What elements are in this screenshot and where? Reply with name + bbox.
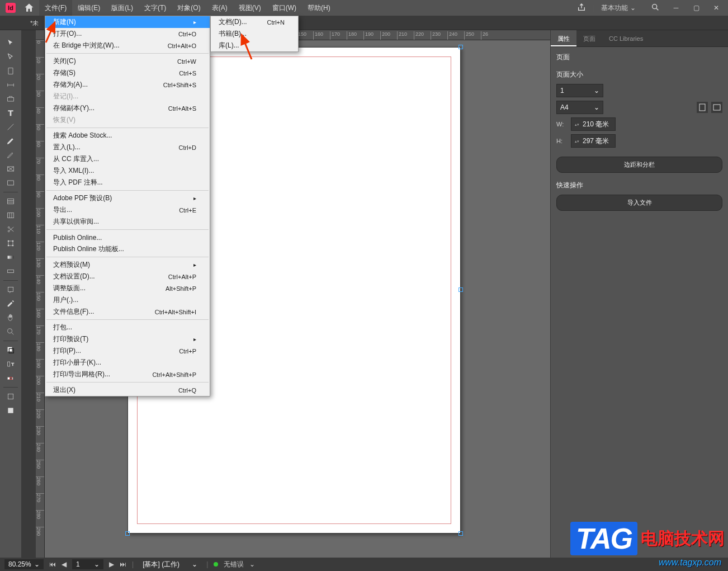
- gradient-swatch-tool[interactable]: [3, 251, 18, 264]
- zoom-dropdown[interactable]: 80.25%⌄: [4, 559, 44, 569]
- zoom-tool[interactable]: [3, 325, 18, 338]
- view-mode-preview[interactable]: [3, 404, 18, 417]
- file-menu-item[interactable]: 文件信息(F)...Ctrl+Alt+Shift+I: [45, 306, 210, 318]
- line-tool[interactable]: [3, 120, 18, 134]
- ruler-vertical[interactable]: 0102030405060708090100110120130140150160…: [36, 30, 45, 558]
- page-handle[interactable]: [458, 531, 463, 536]
- view-mode-normal[interactable]: [3, 390, 18, 403]
- panel-tab-0[interactable]: 属性: [551, 30, 576, 46]
- file-menu-item[interactable]: 存储副本(Y)...Ctrl+Alt+S: [45, 102, 210, 114]
- share-icon[interactable]: [571, 1, 592, 16]
- file-menu-item[interactable]: 导入 PDF 注释...: [45, 177, 210, 188]
- new-submenu-item[interactable]: 文档(D)...Ctrl+N: [211, 16, 298, 28]
- height-input[interactable]: ▴▾ 297 毫米: [571, 134, 616, 148]
- workspace-switcher[interactable]: 基本功能 ⌄: [595, 1, 641, 15]
- menu-2[interactable]: 版面(L): [106, 0, 139, 16]
- menu-3[interactable]: 文字(T): [139, 0, 172, 16]
- free-transform-tool[interactable]: [3, 237, 18, 250]
- menu-8[interactable]: 帮助(H): [302, 0, 336, 16]
- panel-tab-1[interactable]: 页面: [576, 30, 602, 46]
- type-tool[interactable]: [3, 106, 18, 120]
- formatting-toggle[interactable]: T: [3, 357, 18, 371]
- content-collector-tool[interactable]: [3, 92, 18, 106]
- file-menu-item[interactable]: Adobe PDF 预设(B)▸: [45, 192, 210, 204]
- file-menu-item[interactable]: Publish Online...: [45, 232, 210, 243]
- file-menu-item[interactable]: 打印/导出网格(R)...Ctrl+Alt+Shift+P: [45, 369, 210, 380]
- nav-last-icon[interactable]: ⏭: [120, 560, 126, 568]
- search-icon[interactable]: [645, 1, 665, 16]
- page-number-dropdown[interactable]: 1 ⌄: [556, 84, 603, 97]
- pencil-tool[interactable]: [3, 148, 18, 162]
- menu-6[interactable]: 视图(V): [233, 0, 267, 16]
- maximize-button[interactable]: ▢: [687, 2, 706, 14]
- color-toggle[interactable]: [3, 371, 18, 385]
- file-menu-item[interactable]: 共享以供审阅...: [45, 216, 210, 228]
- direct-selection-tool[interactable]: [3, 50, 18, 64]
- menu-1[interactable]: 编辑(E): [72, 0, 106, 16]
- orientation-landscape-icon[interactable]: [711, 102, 722, 113]
- file-menu-item[interactable]: 置入(L)...Ctrl+D: [45, 141, 210, 153]
- file-menu-item[interactable]: 退出(X)Ctrl+Q: [45, 384, 210, 396]
- eyedropper-tool[interactable]: [3, 297, 18, 310]
- file-menu-item[interactable]: 打印(P)...Ctrl+P: [45, 345, 210, 357]
- page-tool[interactable]: [3, 64, 18, 78]
- scissors-tool[interactable]: [3, 223, 18, 236]
- margins-columns-button[interactable]: 边距和分栏: [556, 157, 722, 173]
- file-menu-item[interactable]: 关闭(C)Ctrl+W: [45, 55, 210, 67]
- page-size-dropdown[interactable]: A4 ⌄: [556, 101, 603, 114]
- file-menu-item[interactable]: 打包...: [45, 322, 210, 333]
- file-menu-item[interactable]: Publish Online 功能板...: [45, 243, 210, 255]
- pen-tool[interactable]: [3, 134, 18, 148]
- nav-next-icon[interactable]: ▶: [109, 560, 114, 568]
- file-menu-item[interactable]: 打开(O)...Ctrl+O: [45, 28, 210, 40]
- file-menu-item[interactable]: 用户(.)...: [45, 294, 210, 306]
- file-menu-item[interactable]: 存储为(A)...Ctrl+Shift+S: [45, 79, 210, 91]
- file-menu-item[interactable]: 打印小册子(K)...: [45, 357, 210, 369]
- menu-0[interactable]: 文件(F): [39, 0, 72, 16]
- file-menu-item[interactable]: 导出...Ctrl+E: [45, 204, 210, 216]
- panel-tab-2[interactable]: CC Libraries: [602, 30, 650, 46]
- nav-first-icon[interactable]: ⏮: [49, 560, 56, 568]
- page-handle[interactable]: [125, 531, 130, 536]
- file-menu-item[interactable]: 新建(N)▸: [45, 16, 210, 28]
- rectangle-tool[interactable]: [3, 176, 18, 190]
- file-menu-item[interactable]: 导入 XML(I)...: [45, 165, 210, 177]
- nav-prev-icon[interactable]: ◀: [62, 560, 67, 568]
- grid-tool-1[interactable]: [3, 195, 18, 208]
- selection-tool[interactable]: [3, 36, 18, 50]
- gradient-feather-tool[interactable]: [3, 265, 18, 278]
- menu-5[interactable]: 表(A): [206, 0, 233, 16]
- new-submenu-item[interactable]: 书籍(B)...: [211, 28, 298, 40]
- file-menu-item[interactable]: 从 CC 库置入...: [45, 153, 210, 165]
- close-button[interactable]: ✕: [707, 2, 726, 14]
- file-menu-item[interactable]: 存储(S)Ctrl+S: [45, 67, 210, 79]
- rectangle-frame-tool[interactable]: [3, 162, 18, 176]
- page-nav-dropdown[interactable]: 1⌄: [72, 559, 103, 569]
- doc-tab[interactable]: *未: [23, 16, 45, 30]
- menu-4[interactable]: 对象(O): [172, 0, 206, 16]
- page-handle[interactable]: [458, 45, 463, 49]
- file-menu-item[interactable]: 文档预设(M)▸: [45, 259, 210, 271]
- orientation-portrait-icon[interactable]: [697, 102, 708, 113]
- menu-7[interactable]: 窗口(W): [267, 0, 302, 16]
- hand-tool[interactable]: [3, 311, 18, 324]
- import-file-button[interactable]: 导入文件: [556, 195, 722, 211]
- chevron-down-icon[interactable]: ⌄: [249, 560, 255, 568]
- fill-stroke-indicator[interactable]: [3, 343, 18, 357]
- note-tool[interactable]: [3, 283, 18, 296]
- file-menu-item[interactable]: 搜索 Adobe Stock...: [45, 130, 210, 141]
- grid-tool-2[interactable]: [3, 209, 18, 222]
- gap-tool[interactable]: [3, 78, 18, 92]
- layer-dropdown[interactable]: [基本] (工作)⌄: [139, 559, 201, 569]
- minimize-button[interactable]: ─: [666, 2, 686, 14]
- file-menu-item[interactable]: 打印预设(T)▸: [45, 333, 210, 345]
- ruler-corner[interactable]: [36, 30, 45, 40]
- page-handle[interactable]: [458, 287, 463, 292]
- width-input[interactable]: ▴▾ 210 毫米: [571, 117, 616, 131]
- file-menu-item[interactable]: 在 Bridge 中浏览(W)...Ctrl+Alt+O: [45, 40, 210, 51]
- file-menu-item[interactable]: 文档设置(D)...Ctrl+Alt+P: [45, 271, 210, 282]
- home-icon[interactable]: [23, 2, 35, 13]
- stepper-icon[interactable]: ▴▾: [575, 136, 580, 146]
- new-submenu-item[interactable]: 库(L)...: [211, 40, 298, 51]
- stepper-icon[interactable]: ▴▾: [575, 119, 580, 129]
